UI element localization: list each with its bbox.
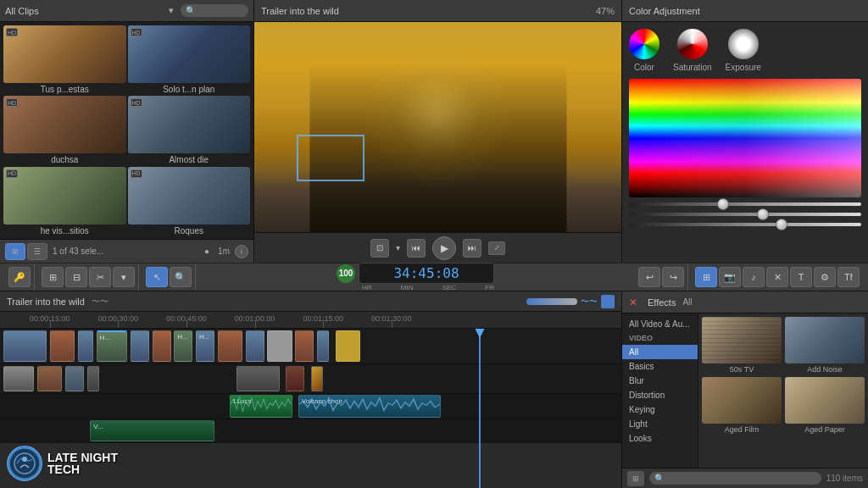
video-clip-b2[interactable] <box>37 366 62 392</box>
effects-grid-view-btn[interactable]: ⊞ <box>627 471 644 486</box>
media-item-3[interactable]: HD Almost die <box>128 96 251 164</box>
timeline-controls: 〜〜 <box>526 295 615 308</box>
video-clip-8[interactable]: H... <box>196 330 214 362</box>
audio-track-2: V... <box>0 419 621 443</box>
color-gradient-box[interactable] <box>629 79 861 197</box>
effect-cat-looks[interactable]: Looks <box>622 431 698 446</box>
effect-cat-video-header: VIDEO <box>622 331 698 345</box>
zoom-tool-btn[interactable]: 🔍 <box>170 267 192 287</box>
camera-btn[interactable]: 📷 <box>719 267 741 287</box>
toolbar: 🔑 ⊞ ⊟ ✂ ▾ ↖ 🔍 100 34:45:08 HR MIN SEC FR… <box>0 263 868 291</box>
select-tool-btn[interactable]: ↖ <box>146 267 168 287</box>
video-clip-b5[interactable] <box>236 366 280 392</box>
effects-search-input[interactable] <box>649 472 821 485</box>
media-item-4[interactable]: HD he vis...sitios <box>3 167 126 236</box>
text-btn[interactable]: T <box>790 267 812 287</box>
effect-cat-blur[interactable]: Blur <box>622 374 698 388</box>
slider-knob-2[interactable] <box>757 208 769 220</box>
audio-clip-llocs[interactable]: LLocs <box>230 395 292 417</box>
music-btn[interactable]: ♪ <box>743 267 765 287</box>
effect-cat-keying[interactable]: Keying <box>622 402 698 417</box>
effect-cat-light[interactable]: Light <box>622 417 698 431</box>
go-to-end-btn[interactable]: ⏭ <box>463 239 481 258</box>
gear-btn[interactable]: ⚙ <box>814 267 836 287</box>
effect-label-aged-paper: Aged Paper <box>785 425 865 434</box>
redo-tool-btn[interactable]: ↪ <box>662 267 684 287</box>
go-to-start-btn[interactable]: ⏮ <box>407 239 426 258</box>
video-clip-6[interactable] <box>153 330 171 362</box>
color-wheel-area <box>622 75 868 263</box>
video-clip-b6[interactable] <box>286 366 304 392</box>
grid-view-btn[interactable]: ⊞ <box>5 243 25 260</box>
media-item-0[interactable]: HD Tus p...estas <box>3 25 126 94</box>
slider-track-2[interactable] <box>629 213 861 216</box>
video-clip-b7[interactable] <box>311 366 324 392</box>
color-tab-exposure[interactable]: Exposure <box>726 29 761 72</box>
info-button[interactable]: i <box>235 245 248 258</box>
blade-tool-btn[interactable]: ✂ <box>89 267 111 287</box>
color-tab-color[interactable]: Color <box>629 29 659 72</box>
video-clip-11[interactable] <box>267 330 292 362</box>
ruler-label-2: 00:00:30:00 <box>97 314 138 323</box>
video-clip-4[interactable]: H... <box>97 330 128 362</box>
effect-item-aged-film[interactable]: Aged Film <box>702 377 782 434</box>
effects-title: Effects <box>648 297 676 308</box>
slider-knob-3[interactable] <box>776 219 787 230</box>
video-clip-1[interactable] <box>3 330 47 362</box>
video-clip-3[interactable] <box>78 330 93 362</box>
list-view-btn[interactable]: ☰ <box>27 243 47 260</box>
undo-tool-btn[interactable]: ↩ <box>638 267 660 287</box>
video-clip-2[interactable] <box>50 330 75 362</box>
effect-item-50s-tv[interactable]: 50s TV <box>702 317 782 374</box>
dropdown-arrow-preview[interactable]: ▾ <box>396 243 400 252</box>
dropdown-tool-btn[interactable]: ▾ <box>113 267 135 287</box>
tf-btn[interactable]: Tf <box>837 267 860 287</box>
effects-panel: ✕ Effects All All Video & Au... VIDEO Al… <box>622 291 868 488</box>
media-item-2[interactable]: HD duchsa <box>3 96 126 164</box>
key-tool-btn[interactable]: 🔑 <box>8 267 31 287</box>
audio-clip-v[interactable]: V... <box>90 420 214 441</box>
logo-icon <box>7 446 42 481</box>
video-clip-7[interactable]: H... <box>174 330 192 362</box>
video-clip-10[interactable] <box>246 330 264 362</box>
color-tab-saturation[interactable]: Saturation <box>673 29 712 72</box>
media-item-5[interactable]: HD Roques <box>128 167 251 236</box>
effect-cat-basics[interactable]: Basics <box>622 359 698 374</box>
expand-btn[interactable]: ⤢ <box>488 241 505 255</box>
video-clip-14[interactable] <box>336 330 360 362</box>
clip-view-btn[interactable]: ⊞ <box>695 267 717 287</box>
effects-close-btn[interactable]: ✕ <box>629 297 637 308</box>
selection-overlay-box <box>297 135 364 181</box>
color-wheel-icon <box>629 29 659 59</box>
slider-track-3[interactable] <box>629 223 861 226</box>
timeline-slider[interactable] <box>526 298 577 305</box>
effect-cat-all-video[interactable]: All Video & Au... <box>622 317 698 331</box>
slider-knob-1[interactable] <box>717 198 729 210</box>
slider-track-1[interactable] <box>629 202 861 206</box>
trim-tool-btn[interactable]: ⊟ <box>65 267 87 287</box>
exposure-wheel-icon <box>728 29 759 59</box>
effect-item-add-noise[interactable]: Add Noise <box>785 317 865 374</box>
video-clip-b3[interactable] <box>65 366 84 392</box>
media-import-btn[interactable]: ⊞ <box>42 267 64 287</box>
effect-cat-distortion[interactable]: Distortion <box>622 388 698 402</box>
video-clip-9[interactable] <box>218 330 242 362</box>
media-item-1[interactable]: HD Solo t...n plan <box>128 25 251 94</box>
audio-clip-volcano[interactable]: Volcano choir <box>298 395 442 417</box>
effect-item-aged-paper[interactable]: Aged Paper <box>785 377 865 434</box>
fx-btn[interactable]: ✕ <box>766 267 788 287</box>
video-clip-13[interactable] <box>317 330 330 362</box>
video-clip-b4[interactable] <box>87 366 100 392</box>
dropdown-arrow[interactable]: ▾ <box>169 5 174 16</box>
audio-sync-btn[interactable] <box>601 295 615 308</box>
effect-cat-all[interactable]: All <box>622 345 698 359</box>
preview-layout-btn[interactable]: ⊡ <box>370 239 389 258</box>
play-button[interactable]: ▶ <box>432 236 456 260</box>
video-clip-12[interactable] <box>295 330 314 362</box>
tc-fr-label: FR <box>485 284 494 291</box>
video-clip-b1[interactable] <box>3 366 35 392</box>
preview-controls: ⊡ ▾ ⏮ ▶ ⏭ ⤢ <box>254 232 621 263</box>
media-search-input[interactable] <box>181 4 248 17</box>
effects-all-label[interactable]: All <box>682 297 692 307</box>
video-clip-5[interactable] <box>131 330 149 362</box>
